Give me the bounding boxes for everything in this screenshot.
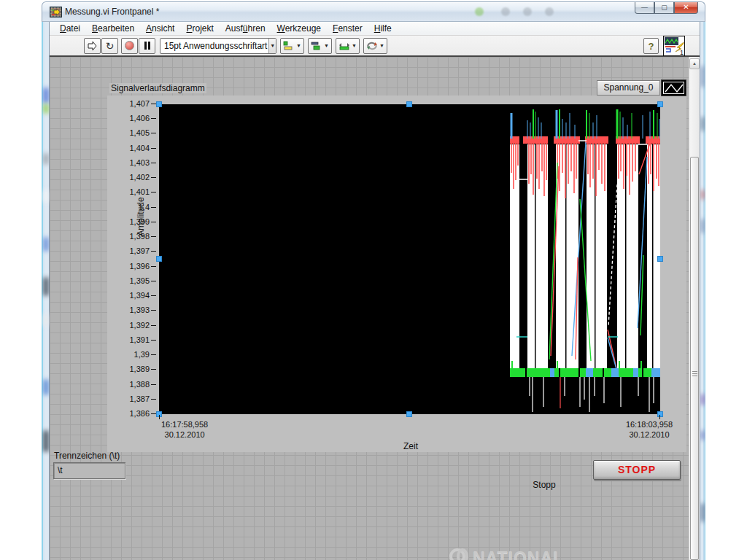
run-continuous-button[interactable]: ↻ bbox=[101, 38, 118, 54]
y-tick-label: 1,388 bbox=[115, 380, 157, 389]
scrollbar-grip bbox=[692, 371, 697, 377]
y-tick-label: 1,389 bbox=[115, 365, 157, 373]
menu-item-fenster[interactable]: Fenster bbox=[327, 22, 368, 35]
y-tick-label: 1,386 bbox=[115, 409, 157, 418]
plot-area[interactable] bbox=[159, 104, 660, 414]
run-arrow-icon bbox=[87, 41, 98, 51]
ni-watermark: NATIONAL bbox=[449, 548, 564, 560]
abort-button[interactable] bbox=[121, 38, 138, 54]
menu-item-datei[interactable]: Datei bbox=[54, 22, 86, 35]
reorder-objects-icon bbox=[366, 41, 378, 51]
y-tick-label: 1,407 bbox=[115, 99, 157, 108]
selection-handle[interactable] bbox=[156, 256, 162, 262]
y-tick-label: 1,403 bbox=[115, 158, 157, 167]
y-tick-label: 1,405 bbox=[115, 128, 157, 137]
x-axis-start-timestamp: 16:17:58,958 30.12.2010 bbox=[161, 419, 208, 440]
vi-titlebar-icon bbox=[50, 6, 62, 18]
help-button[interactable]: ? bbox=[643, 38, 659, 54]
selection-handle[interactable] bbox=[657, 256, 663, 262]
menu-item-hilfe[interactable]: Hilfe bbox=[368, 22, 398, 35]
vi-badge-number: 1 bbox=[680, 49, 684, 56]
align-objects-button[interactable]: ▼ bbox=[280, 38, 304, 54]
distribute-objects-button[interactable]: ▼ bbox=[308, 38, 332, 54]
glass-reflection bbox=[545, 7, 554, 16]
minimize-button[interactable]: — bbox=[635, 2, 654, 14]
front-panel: Signalverlaufsdiagramm Spannung_0 1,4071… bbox=[50, 57, 689, 560]
x-axis-end-timestamp: 16:18:03,958 30.12.2010 bbox=[551, 419, 682, 440]
titlebar[interactable]: Messung.vi Frontpanel * — ▢ ✕ bbox=[42, 1, 705, 22]
x-axis-label: Zeit bbox=[378, 441, 444, 451]
trennzeichen-input[interactable]: \t bbox=[53, 462, 125, 479]
align-objects-icon bbox=[283, 41, 295, 51]
reorder-objects-button[interactable]: ▼ bbox=[363, 38, 387, 54]
labview-window: Messung.vi Frontpanel * — ▢ ✕ DateiBe bbox=[42, 1, 705, 560]
toolbar: ↻ 15pt Anwendungsschriftart ▼ ▼ ▼ bbox=[50, 36, 700, 57]
pause-icon bbox=[144, 42, 147, 50]
resize-objects-button[interactable]: ▼ bbox=[336, 38, 360, 54]
y-tick-label: 1,406 bbox=[115, 114, 157, 122]
trennzeichen-label: Trennzeichen (\t) bbox=[54, 451, 120, 461]
waveform-traces bbox=[159, 104, 660, 414]
maximize-button[interactable]: ▢ bbox=[654, 2, 674, 14]
x-axis-tick bbox=[159, 415, 160, 419]
y-tick-label: 1,395 bbox=[115, 276, 157, 285]
abort-icon bbox=[125, 41, 134, 50]
y-tick-label: 1,39 bbox=[115, 350, 157, 359]
selection-handle[interactable] bbox=[657, 411, 663, 417]
glass-reflection bbox=[523, 7, 532, 16]
selection-handle[interactable] bbox=[156, 101, 162, 107]
font-selector-value: 15pt Anwendungsschriftart bbox=[164, 41, 267, 51]
y-axis-label: Amplitude bbox=[136, 169, 146, 264]
window-title: Messung.vi Frontpanel * bbox=[65, 7, 159, 17]
y-tick-label: 1,392 bbox=[115, 321, 157, 330]
legend-plot-glyph[interactable] bbox=[661, 79, 686, 96]
vertical-scrollbar[interactable]: ▲ bbox=[689, 57, 700, 560]
window-border-right bbox=[700, 22, 705, 560]
legend-item[interactable]: Spannung_0 bbox=[597, 80, 660, 96]
scroll-up-button[interactable]: ▲ bbox=[689, 58, 700, 69]
menubar: DateiBearbeitenAnsichtProjektAusführenWe… bbox=[50, 22, 700, 36]
stopp-caption: Stopp bbox=[508, 480, 581, 490]
menu-item-bearbeiten[interactable]: Bearbeiten bbox=[86, 22, 140, 35]
vi-icon-badge[interactable]: 1 bbox=[663, 36, 685, 56]
distribute-objects-icon bbox=[311, 41, 322, 51]
selection-handle[interactable] bbox=[406, 411, 412, 417]
font-selector[interactable]: 15pt Anwendungsschriftart ▼ bbox=[160, 38, 276, 54]
window-border-left bbox=[42, 22, 50, 560]
selection-handle[interactable] bbox=[657, 101, 663, 107]
y-tick-label: 1,394 bbox=[115, 291, 157, 300]
zigzag-icon bbox=[664, 82, 685, 95]
y-tick-label: 1,393 bbox=[115, 306, 157, 314]
y-tick-label: 1,404 bbox=[115, 144, 157, 152]
scrollbar-thumb[interactable] bbox=[690, 157, 699, 560]
stopp-button[interactable]: STOPP bbox=[593, 460, 681, 480]
glass-reflection bbox=[501, 7, 510, 16]
run-continuous-icon: ↻ bbox=[106, 40, 115, 52]
pause-button[interactable] bbox=[139, 38, 155, 54]
selection-handle[interactable] bbox=[406, 101, 412, 107]
chart-title: Signalverlaufsdiagramm bbox=[109, 83, 206, 93]
menu-item-werkzeuge[interactable]: Werkzeuge bbox=[271, 22, 327, 35]
resize-objects-icon bbox=[338, 41, 350, 51]
font-dropdown-arrow[interactable]: ▼ bbox=[268, 39, 276, 53]
close-button[interactable]: ✕ bbox=[674, 2, 698, 14]
run-button[interactable] bbox=[84, 38, 101, 54]
menu-item-ansicht[interactable]: Ansicht bbox=[140, 22, 180, 35]
y-tick-label: 1,391 bbox=[115, 335, 157, 344]
menu-item-ausführen[interactable]: Ausführen bbox=[220, 22, 271, 35]
glass-reflection bbox=[475, 7, 484, 16]
y-tick-label: 1,387 bbox=[115, 394, 157, 403]
menu-item-projekt[interactable]: Projekt bbox=[180, 22, 219, 35]
